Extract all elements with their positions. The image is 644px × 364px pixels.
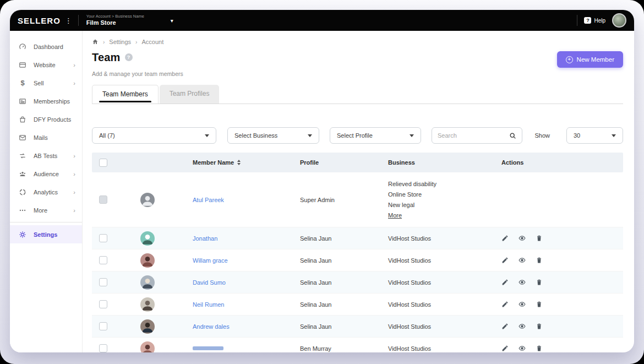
plus-circle-icon: +: [566, 56, 573, 63]
avatar[interactable]: [140, 319, 155, 334]
view-icon[interactable]: [519, 279, 526, 286]
account-switcher[interactable]: Your Account > Business Name Film Store: [86, 14, 144, 26]
sidebar-item-website[interactable]: Website ›: [10, 56, 82, 74]
sidebar-item-dashboard[interactable]: Dashboard: [10, 37, 82, 56]
view-icon[interactable]: [519, 345, 526, 352]
edit-icon[interactable]: [501, 257, 509, 264]
sort-icon: [237, 160, 241, 165]
people-icon: [19, 170, 26, 178]
caret-down-icon: [205, 134, 209, 137]
edit-icon[interactable]: [501, 301, 509, 308]
sidebar-item-ab-tests[interactable]: AB Tests ›: [10, 146, 82, 165]
member-name-link[interactable]: Jonathan: [184, 235, 292, 242]
business-name: VidHost Studios: [381, 301, 501, 308]
table-header: Member Name Profile Business Actions: [92, 153, 623, 172]
chevron-right-icon: ›: [73, 153, 75, 159]
column-header-business: Business: [381, 159, 501, 166]
sidebar-item-settings[interactable]: Settings: [10, 225, 82, 243]
avatar[interactable]: [140, 253, 155, 268]
row-checkbox[interactable]: [99, 278, 107, 286]
status-filter-dropdown[interactable]: All (7): [92, 127, 216, 144]
help-circle-icon[interactable]: ?: [125, 53, 133, 61]
search-icon[interactable]: [509, 132, 516, 139]
page-subtitle: Add & manage your team members: [92, 70, 623, 77]
view-icon[interactable]: [519, 257, 526, 264]
delete-icon[interactable]: [536, 279, 543, 286]
tab-team-members[interactable]: Team Members: [92, 85, 159, 104]
sidebar-item-audience[interactable]: Audience ›: [10, 165, 82, 183]
breadcrumb-separator: ›: [103, 39, 105, 45]
page-title: Team: [92, 51, 121, 64]
member-name-link[interactable]: David Sumo: [184, 279, 292, 286]
member-profile: Super Admin: [292, 197, 381, 203]
tab-team-profiles[interactable]: Team Profiles: [160, 85, 220, 104]
sidebar-item-dfy-products[interactable]: DFY Products: [10, 110, 82, 128]
row-checkbox[interactable]: [99, 300, 107, 308]
more-businesses-link[interactable]: More: [388, 210, 402, 221]
business-filter-dropdown[interactable]: Select Business: [227, 127, 319, 144]
filter-bar: All (7) Select Business Select Profile S…: [92, 127, 623, 144]
view-icon[interactable]: [519, 301, 526, 308]
ab-test-icon: [19, 152, 26, 160]
search-input[interactable]: [438, 132, 509, 139]
sidebar-item-sell[interactable]: $ Sell ›: [10, 74, 82, 92]
member-name-link[interactable]: Andrew dales: [184, 323, 292, 330]
delete-icon[interactable]: [536, 235, 543, 242]
column-header-member-name[interactable]: Member Name: [184, 159, 292, 166]
sidebar-item-mails[interactable]: Mails: [10, 128, 82, 146]
kebab-menu-icon[interactable]: ⋮: [65, 17, 73, 25]
view-icon[interactable]: [519, 323, 526, 330]
row-checkbox[interactable]: [99, 234, 107, 242]
sidebar-item-more[interactable]: More ›: [10, 201, 82, 219]
select-all-checkbox[interactable]: [99, 159, 107, 167]
delete-icon[interactable]: [536, 301, 543, 308]
gear-icon: [19, 231, 26, 238]
analytics-icon: [19, 188, 26, 196]
avatar[interactable]: [140, 275, 155, 290]
view-icon[interactable]: [519, 235, 526, 242]
breadcrumb-settings[interactable]: Settings: [109, 39, 131, 45]
delete-icon[interactable]: [536, 257, 543, 264]
home-icon[interactable]: [92, 39, 99, 45]
chevron-down-icon[interactable]: ▾: [171, 18, 173, 24]
help-icon: ?: [584, 17, 591, 24]
member-name-clipped[interactable]: [193, 346, 223, 350]
tab-bar: Team Members Team Profiles: [92, 85, 623, 104]
delete-icon[interactable]: [536, 323, 543, 330]
chevron-right-icon: ›: [73, 207, 75, 214]
sidebar-item-analytics[interactable]: Analytics ›: [10, 183, 82, 201]
page-size-dropdown[interactable]: 30: [566, 127, 623, 144]
divider: [10, 222, 82, 222]
user-avatar[interactable]: [612, 13, 626, 28]
member-name-link[interactable]: Neil Rumen: [184, 301, 292, 308]
membership-card-icon: [19, 97, 26, 105]
desktop-background: SELLERO ⋮ Your Account > Business Name F…: [0, 0, 644, 364]
avatar[interactable]: [140, 297, 155, 312]
delete-icon[interactable]: [536, 345, 543, 352]
divider: [577, 15, 577, 26]
breadcrumb: › Settings › Account: [92, 39, 623, 45]
business-name: VidHost Studios: [381, 257, 501, 264]
main-content: › Settings › Account Team ? + New Member…: [83, 31, 634, 352]
avatar[interactable]: [140, 193, 155, 207]
help-button[interactable]: ? Help: [584, 17, 605, 24]
member-profile: Selina Jaun: [292, 235, 381, 242]
row-checkbox[interactable]: [99, 344, 107, 352]
sidebar-item-memberships[interactable]: Memberships: [10, 92, 82, 110]
breadcrumb-account[interactable]: Account: [141, 39, 163, 45]
edit-icon[interactable]: [501, 235, 509, 242]
new-member-button[interactable]: + New Member: [557, 51, 623, 68]
sidebar: Dashboard Website › $ Sell › Memberships…: [10, 31, 83, 352]
avatar[interactable]: [140, 231, 155, 246]
member-name-link[interactable]: Willam grace: [184, 257, 292, 264]
row-checkbox[interactable]: [99, 256, 107, 264]
profile-filter-dropdown[interactable]: Select Profile: [330, 127, 421, 144]
business-name: VidHost Studios: [381, 235, 501, 242]
row-checkbox[interactable]: [99, 322, 107, 330]
table-row: Jonathan Selina Jaun VidHost Studios: [92, 227, 623, 249]
edit-icon[interactable]: [501, 345, 509, 352]
member-name-link[interactable]: Atul Pareek: [184, 197, 292, 203]
edit-icon[interactable]: [501, 323, 509, 330]
edit-icon[interactable]: [501, 279, 509, 286]
avatar[interactable]: [140, 341, 155, 353]
